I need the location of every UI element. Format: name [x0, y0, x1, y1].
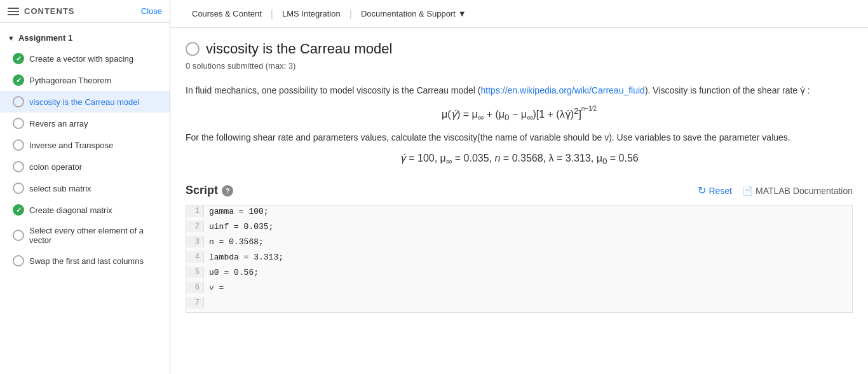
- code-line-6: 6 v =: [186, 282, 852, 297]
- sidebar-item-inverse-transpose[interactable]: Inverse and Transpose: [0, 134, 170, 156]
- problem-status-circle: [186, 42, 200, 56]
- contents-label: CONTENTS: [24, 6, 136, 16]
- chevron-icon: ▼: [8, 34, 15, 42]
- sidebar-item-viscosity[interactable]: viscosity is the Carreau model: [0, 91, 170, 113]
- line-number: 5: [186, 267, 204, 278]
- nav-item-label: select sub matrix: [29, 184, 92, 193]
- dropdown-chevron-icon: ▼: [458, 9, 466, 18]
- nav-item-label: Create a vector with spacing: [29, 54, 133, 64]
- close-button[interactable]: Close: [141, 6, 162, 16]
- script-section-header: Script ? ↻ Reset 📄 MATLAB Documentation: [186, 184, 853, 197]
- nav-section: ▼ Assignment 1 ✓ Create a vector with sp…: [0, 23, 170, 277]
- status-incomplete-icon: [13, 118, 24, 129]
- content-area: viscosity is the Carreau model 0 solutio…: [170, 28, 868, 374]
- problem-header: viscosity is the Carreau model: [186, 41, 853, 57]
- sidebar-item-create-diagonal[interactable]: ✓ Create diagonal matrix: [0, 199, 170, 221]
- problem-title: viscosity is the Carreau model: [206, 41, 392, 57]
- sidebar: CONTENTS Close ▼ Assignment 1 ✓ Create a…: [0, 0, 170, 374]
- nav-item-label: colon operator: [29, 162, 82, 172]
- reset-icon: ↻: [698, 184, 706, 197]
- matlab-documentation-button[interactable]: 📄 MATLAB Documentation: [742, 186, 853, 196]
- status-incomplete-icon: [13, 139, 24, 151]
- formula-values: γ̇ = 100, μ∞ = 0.035, n = 0.3568, λ = 3.…: [186, 152, 853, 166]
- line-number: 2: [186, 221, 204, 232]
- sidebar-item-colon-operator[interactable]: colon operator: [0, 156, 170, 177]
- code-line-1: 1 gamma = 100;: [186, 205, 852, 221]
- nav-item-label: Inverse and Transpose: [29, 141, 113, 150]
- status-completed-icon: ✓: [13, 204, 24, 216]
- assignment-section-header[interactable]: ▼ Assignment 1: [0, 28, 170, 48]
- nav-item-label: Revers an array: [29, 119, 88, 128]
- sidebar-item-select-every-other[interactable]: Select every other element of a vector: [0, 221, 170, 250]
- status-completed-icon: ✓: [13, 53, 24, 64]
- main-content: Courses & Content | LMS Integration | Do…: [170, 0, 868, 374]
- problem-description: In fluid mechanics, one possibility to m…: [186, 83, 853, 97]
- line-content: lambda = 3.313;: [204, 251, 852, 263]
- line-content: v =: [204, 282, 852, 294]
- reset-button[interactable]: ↻ Reset: [698, 184, 732, 197]
- nav-item-label: viscosity is the Carreau model: [29, 97, 139, 107]
- nav-item-label: Select every other element of a vector: [29, 226, 162, 245]
- documentation-support-dropdown[interactable]: Documentation & Support ▼: [352, 9, 475, 18]
- hamburger-icon[interactable]: [8, 8, 19, 15]
- line-number: 1: [186, 205, 204, 217]
- sidebar-item-revers-array[interactable]: Revers an array: [0, 113, 170, 134]
- status-incomplete-icon: [13, 161, 24, 172]
- line-number: 6: [186, 282, 204, 293]
- code-line-3: 3 n = 0.3568;: [186, 236, 852, 251]
- description-text-1: In fluid mechanics, one possibility to m…: [186, 85, 481, 95]
- code-line-5: 5 u0 = 0.56;: [186, 267, 852, 282]
- lms-integration-link[interactable]: LMS Integration: [273, 0, 349, 28]
- formula-main: μ(γ̇) = μ∞ + (μ0 − μ∞)[1 + (λγ̇)2]n−1⁄2: [186, 105, 853, 122]
- line-content: uinf = 0.035;: [204, 221, 852, 233]
- wiki-link[interactable]: https://en.wikipedia.org/wiki/Carreau_fl…: [481, 85, 645, 95]
- problem-description-2: For the following shear rate and paramet…: [186, 130, 853, 144]
- status-incomplete-icon: [13, 230, 24, 241]
- code-line-4: 4 lambda = 3.313;: [186, 251, 852, 267]
- sidebar-item-create-vector[interactable]: ✓ Create a vector with spacing: [0, 48, 170, 69]
- sidebar-item-select-sub-matrix[interactable]: select sub matrix: [0, 177, 170, 199]
- status-incomplete-icon: [13, 183, 24, 194]
- status-incomplete-icon: [13, 96, 24, 107]
- doc-icon: 📄: [742, 186, 753, 196]
- description-text-2: ). Viscosity is function of the shear ra…: [645, 85, 810, 95]
- sidebar-header: CONTENTS Close: [0, 0, 170, 23]
- nav-item-label: Swap the first and last columns: [29, 256, 144, 266]
- line-number: 4: [186, 251, 204, 263]
- solutions-count: 0 solutions submitted (max: 3): [186, 61, 853, 71]
- sidebar-item-pythagorean[interactable]: ✓ Pythagorean Theorem: [0, 69, 170, 91]
- script-actions: ↻ Reset 📄 MATLAB Documentation: [698, 184, 853, 197]
- line-content: gamma = 100;: [204, 205, 852, 218]
- sidebar-item-swap-columns[interactable]: Swap the first and last columns: [0, 250, 170, 272]
- status-incomplete-icon: [13, 255, 24, 267]
- code-line-7: 7: [186, 297, 852, 312]
- nav-item-label: Pythagorean Theorem: [29, 76, 111, 85]
- line-number: 3: [186, 236, 204, 247]
- line-content: u0 = 0.56;: [204, 267, 852, 279]
- top-navigation: Courses & Content | LMS Integration | Do…: [170, 0, 868, 28]
- script-title: Script ?: [186, 184, 233, 197]
- courses-content-link[interactable]: Courses & Content: [183, 0, 271, 28]
- line-content: [204, 297, 852, 300]
- nav-item-label: Create diagonal matrix: [29, 205, 112, 215]
- line-content: n = 0.3568;: [204, 236, 852, 248]
- assignment-title: Assignment 1: [18, 33, 72, 43]
- status-completed-icon: ✓: [13, 74, 24, 86]
- help-icon[interactable]: ?: [222, 185, 233, 197]
- code-line-2: 2 uinf = 0.035;: [186, 221, 852, 236]
- code-editor[interactable]: 1 gamma = 100; 2 uinf = 0.035; 3 n = 0.3…: [186, 205, 853, 313]
- line-number: 7: [186, 297, 204, 308]
